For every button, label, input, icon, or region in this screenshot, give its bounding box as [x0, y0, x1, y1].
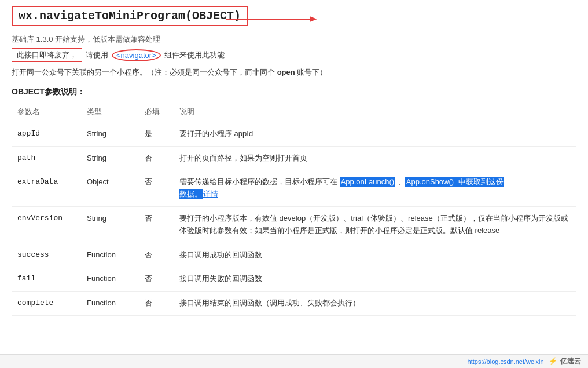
cell-param: path [12, 146, 81, 170]
cell-type: Function [81, 267, 139, 292]
cell-param: envVersion [12, 206, 81, 243]
cell-desc: 接口调用结束的回调函数（调用成功、失败都会执行） [174, 292, 576, 316]
title-box: wx.navigateToMiniProgram(OBJECT) [12, 6, 248, 26]
table-row: extraDataObject否需要传递给目标小程序的数据，目标小程序可在 Ap… [12, 170, 576, 207]
bottom-bar: https://blog.csdn.net/weixin ⚡ 亿速云 [0, 354, 588, 368]
detail-link[interactable]: 详情 [203, 190, 218, 198]
deprecated-suffix: 组件来使用此功能 [164, 50, 225, 60]
cell-desc: 打开的页面路径，如果为空则打开首页 [174, 146, 576, 170]
table-row: envVersionString否要打开的小程序版本，有效值 develop（开… [12, 206, 576, 243]
cell-type: Function [81, 292, 139, 316]
cell-param: appId [12, 122, 81, 146]
cell-desc: 要打开的小程序版本，有效值 develop（开发版）、trial（体验版）、re… [174, 206, 576, 243]
cell-type: String [81, 146, 139, 170]
deprecated-prefix: 请使用 [86, 50, 108, 60]
open-keyword: open [277, 68, 295, 76]
description-text: 打开同一公众号下关联的另一个小程序。（注：必须是同一公众号下，而非同个 open… [12, 67, 576, 79]
title-text: wx.navigateToMiniProgram(OBJECT) [19, 9, 241, 23]
col-header-param: 参数名 [12, 102, 81, 122]
cell-param: complete [12, 292, 81, 316]
logo-text: 亿速云 [560, 357, 581, 365]
cell-required: 否 [139, 267, 174, 292]
deprecated-badge: 此接口即将废弃， [12, 48, 82, 62]
desc-text-part: 需要传递给目标小程序的数据，目标小程序可在 [179, 177, 340, 186]
table-row: failFunction否接口调用失败的回调函数 [12, 267, 576, 292]
cell-param: success [12, 243, 81, 267]
bottom-url[interactable]: https://blog.csdn.net/weixin [468, 358, 544, 365]
table-row: completeFunction否接口调用结束的回调函数（调用成功、失败都会执行… [12, 292, 576, 316]
description-content: 打开同一公众号下关联的另一个小程序。（注：必须是同一公众号下，而非同个 open… [12, 68, 327, 76]
cell-type: String [81, 206, 139, 243]
arrow-decoration [226, 10, 318, 28]
cell-type: Object [81, 170, 139, 207]
cell-desc: 要打开的小程序 appId [174, 122, 576, 146]
cell-required: 否 [139, 292, 174, 316]
bottom-logo: ⚡ 亿速云 [549, 356, 581, 366]
cell-required: 是 [139, 122, 174, 146]
cell-desc: 接口调用成功的回调函数 [174, 243, 576, 267]
cell-desc: 接口调用失败的回调函数 [174, 267, 576, 292]
svg-marker-1 [310, 16, 317, 22]
page-container: wx.navigateToMiniProgram(OBJECT) 基础库 1.3… [0, 0, 588, 327]
col-header-required: 必填 [139, 102, 174, 122]
col-header-type: 类型 [81, 102, 139, 122]
cell-param: extraData [12, 170, 81, 207]
params-table: 参数名 类型 必填 说明 appIdString是要打开的小程序 appIdpa… [12, 102, 576, 316]
desc-text-part: 、 [395, 177, 405, 186]
section-title: OBJECT参数说明： [12, 87, 576, 97]
cell-type: Function [81, 243, 139, 267]
table-row: successFunction否接口调用成功的回调函数 [12, 243, 576, 267]
cell-required: 否 [139, 243, 174, 267]
logo-icon: ⚡ [549, 357, 557, 365]
table-row: appIdString是要打开的小程序 appId [12, 122, 576, 146]
highlight-span: App.onLaunch() [340, 177, 396, 187]
highlight-span: App.onShow() [405, 177, 455, 187]
cell-required: 否 [139, 206, 174, 243]
cell-required: 否 [139, 170, 174, 207]
table-row: pathString否打开的页面路径，如果为空则打开首页 [12, 146, 576, 170]
col-header-desc: 说明 [174, 102, 576, 122]
deprecated-row: 此接口即将废弃， 请使用 <navigator> 组件来使用此功能 [12, 48, 576, 62]
notice-text: 基础库 1.3.0 开始支持，低版本需做兼容处理 [12, 34, 160, 45]
cell-desc: 需要传递给目标小程序的数据，目标小程序可在 App.onLaunch() 、Ap… [174, 170, 576, 207]
navigator-tag[interactable]: <navigator> [112, 49, 161, 61]
notice-row: 基础库 1.3.0 开始支持，低版本需做兼容处理 [12, 34, 576, 45]
table-header-row: 参数名 类型 必填 说明 [12, 102, 576, 122]
cell-required: 否 [139, 146, 174, 170]
cell-param: fail [12, 267, 81, 292]
cell-type: String [81, 122, 139, 146]
